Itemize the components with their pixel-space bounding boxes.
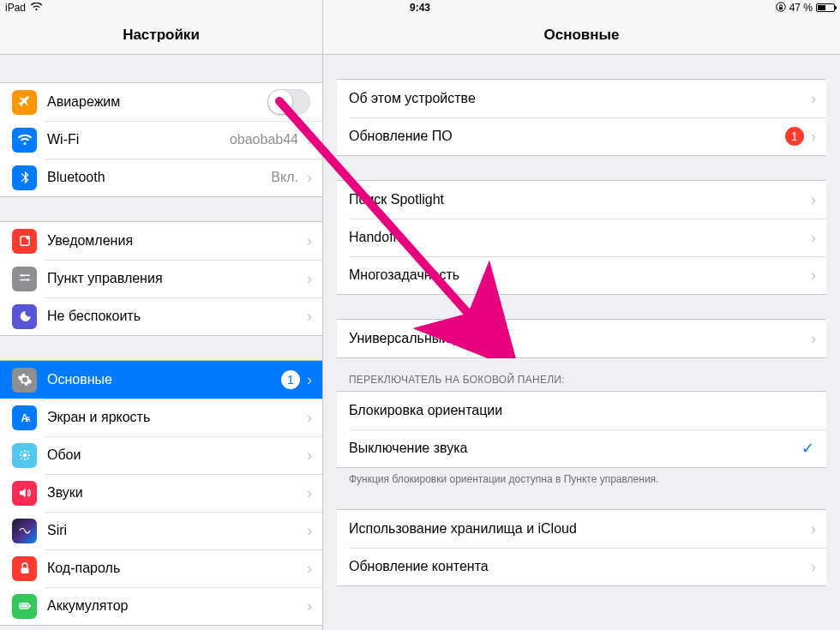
wifi-label: Wi-Fi — [47, 132, 230, 147]
wallpaper-label: Обои — [47, 447, 307, 463]
handoff-label: Handoff — [349, 230, 811, 245]
sidebar-item-battery[interactable]: Аккумулятор › — [0, 587, 322, 625]
chevron-right-icon: › — [307, 409, 312, 427]
chevron-right-icon: › — [307, 131, 312, 149]
lock-rotation-label: Блокировка ориентации — [349, 403, 826, 418]
chevron-right-icon: › — [307, 447, 312, 465]
chevron-right-icon: › — [307, 270, 312, 288]
display-icon: AA — [12, 405, 37, 430]
chevron-right-icon: › — [811, 128, 816, 146]
bluetooth-label: Bluetooth — [47, 170, 271, 185]
chevron-right-icon: › — [307, 169, 312, 187]
svg-point-0 — [776, 3, 784, 11]
battery-icon — [816, 3, 835, 12]
svg-point-3 — [26, 236, 30, 240]
row-storage[interactable]: Использование хранилища и iCloud › — [337, 510, 826, 548]
bgrefresh-label: Обновление контента — [349, 559, 811, 574]
row-about[interactable]: Об этом устройстве › — [337, 80, 826, 117]
sidebar-item-wallpaper[interactable]: Обои › — [0, 436, 322, 474]
chevron-right-icon: › — [811, 330, 816, 348]
notifications-label: Уведомления — [47, 233, 307, 249]
svg-rect-14 — [21, 605, 27, 608]
passcode-icon — [12, 556, 37, 581]
spotlight-label: Поиск Spotlight — [349, 192, 811, 207]
chevron-right-icon: › — [307, 560, 312, 578]
chevron-right-icon: › — [307, 308, 312, 326]
svg-rect-7 — [20, 279, 30, 281]
bluetooth-value: Вкл. — [271, 170, 298, 185]
carrier-label: iPad — [5, 2, 26, 14]
sidebar-item-display[interactable]: AA Экран и яркость › — [0, 399, 322, 436]
control-center-icon — [12, 267, 37, 291]
row-software-update[interactable]: Обновление ПО 1 › — [337, 117, 826, 155]
battery-label: Аккумулятор — [47, 598, 307, 614]
general-badge: 1 — [281, 370, 300, 389]
wifi-value: obaobab44 — [230, 132, 298, 147]
chevron-right-icon: › — [811, 267, 816, 285]
notifications-icon — [12, 229, 37, 254]
sidebar-item-wifi[interactable]: Wi-Fi obaobab44 › — [0, 121, 322, 159]
clock: 9:43 — [410, 2, 430, 14]
passcode-label: Код-пароль — [47, 561, 307, 576]
sidebar-item-general[interactable]: Основные 1 › — [0, 361, 322, 399]
update-label: Обновление ПО — [349, 129, 785, 144]
display-label: Экран и яркость — [47, 410, 307, 425]
airplane-label: Авиарежим — [47, 94, 267, 110]
svg-rect-11 — [21, 567, 28, 573]
status-bar: iPad 9:43 47 % — [0, 0, 840, 15]
sidebar-item-notifications[interactable]: Уведомления › — [0, 222, 322, 260]
siri-icon — [12, 519, 37, 543]
mute-label: Выключение звука — [349, 441, 801, 456]
chevron-right-icon: › — [811, 229, 816, 247]
row-accessibility[interactable]: Универсальный доступ › — [337, 320, 826, 357]
wifi-icon — [31, 2, 42, 14]
svg-text:A: A — [25, 416, 30, 423]
row-multitasking[interactable]: Многозадачность › — [337, 256, 826, 294]
siri-label: Siri — [47, 523, 307, 538]
sounds-label: Звуки — [47, 485, 307, 501]
airplane-toggle[interactable] — [267, 89, 310, 115]
row-handoff[interactable]: Handoff › — [337, 219, 826, 256]
sidebar-item-passcode[interactable]: Код-пароль › — [0, 549, 322, 587]
side-switch-header: ПЕРЕКЛЮЧАТЕЛЬ НА БОКОВОЙ ПАНЕЛИ: — [337, 358, 826, 391]
chevron-right-icon: › — [811, 191, 816, 209]
update-badge: 1 — [785, 127, 804, 146]
dnd-icon — [12, 304, 37, 329]
svg-rect-5 — [20, 275, 30, 277]
battery-pct: 47 % — [789, 2, 813, 14]
row-lock-rotation[interactable]: Блокировка ориентации — [337, 392, 826, 429]
battery-settings-icon — [12, 594, 37, 619]
settings-sidebar: Настройки Авиарежим Wi-Fi obaobab44 › Bl… — [0, 0, 323, 630]
bluetooth-icon — [12, 165, 37, 190]
about-label: Об этом устройстве — [349, 91, 811, 106]
chevron-right-icon: › — [307, 232, 312, 250]
row-background-refresh[interactable]: Обновление контента › — [337, 548, 826, 585]
side-switch-footer: Функция блокировки ориентации доступна в… — [337, 468, 826, 485]
sidebar-item-dnd[interactable]: Не беспокоить › — [0, 297, 322, 335]
chevron-right-icon: › — [307, 484, 312, 502]
sidebar-item-siri[interactable]: Siri › — [0, 512, 322, 549]
sidebar-item-airplane[interactable]: Авиарежим — [0, 83, 322, 121]
airplane-icon — [12, 90, 37, 115]
chevron-right-icon: › — [811, 520, 816, 538]
sidebar-item-control-center[interactable]: Пункт управления › — [0, 260, 322, 297]
svg-rect-13 — [29, 605, 31, 608]
storage-label: Использование хранилища и iCloud — [349, 521, 811, 537]
detail-pane: Основные Об этом устройстве › Обновление… — [323, 0, 840, 630]
row-spotlight[interactable]: Поиск Spotlight › — [337, 181, 826, 219]
sounds-icon — [12, 481, 37, 506]
chevron-right-icon: › — [811, 558, 816, 576]
svg-rect-1 — [779, 7, 783, 9]
control-center-label: Пункт управления — [47, 271, 307, 286]
accessibility-label: Универсальный доступ — [349, 331, 811, 346]
orientation-lock-icon — [776, 2, 786, 14]
chevron-right-icon: › — [307, 597, 312, 615]
sidebar-item-bluetooth[interactable]: Bluetooth Вкл. › — [0, 159, 322, 196]
general-icon — [12, 368, 37, 393]
svg-point-10 — [22, 453, 27, 458]
wifi-settings-icon — [12, 128, 37, 153]
row-mute[interactable]: Выключение звука ✓ — [337, 429, 826, 467]
sidebar-item-sounds[interactable]: Звуки › — [0, 474, 322, 512]
chevron-right-icon: › — [307, 371, 312, 389]
multitask-label: Многозадачность — [349, 267, 811, 283]
